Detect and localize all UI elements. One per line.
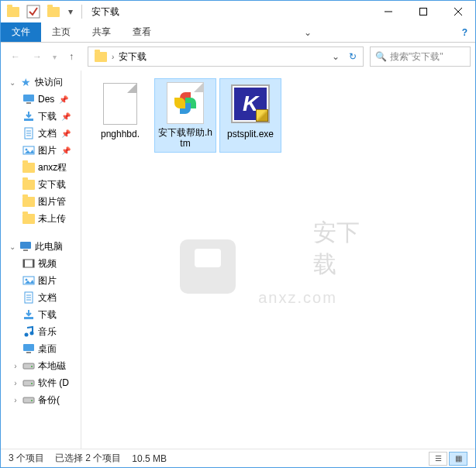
sidebar-item[interactable]: 视频 <box>1 255 81 272</box>
maximize-button[interactable] <box>405 1 440 22</box>
sidebar-item-label: Des <box>38 94 54 105</box>
history-dropdown-icon[interactable]: ▾ <box>49 46 60 67</box>
sidebar-item-label: 安下载 <box>38 178 66 191</box>
pic-icon <box>22 274 35 287</box>
svg-rect-18 <box>33 260 34 267</box>
sidebar-item[interactable]: 安下载 <box>1 176 81 193</box>
breadcrumb-item[interactable]: 安下载 <box>114 50 151 64</box>
sidebar-item[interactable]: 音乐 <box>1 323 81 340</box>
item-count: 3 个项目 <box>9 452 44 465</box>
quick-access-header[interactable]: ⌄ ★ 快访问 <box>1 74 81 91</box>
address-bar[interactable]: › 安下载 ⌄ ↻ <box>88 46 364 67</box>
tab-file[interactable]: 文件 <box>1 22 41 42</box>
svg-rect-6 <box>26 102 31 104</box>
desktop-icon <box>22 342 35 355</box>
sidebar-item[interactable]: 文档 <box>1 289 81 306</box>
sidebar-item-label: 视频 <box>38 257 57 270</box>
forward-button[interactable]: → <box>27 46 47 67</box>
ribbon-expand-icon[interactable]: ⌄ <box>296 22 319 42</box>
nav-buttons: ← → ▾ ↑ <box>5 46 81 67</box>
download-icon <box>22 110 35 122</box>
folder-context-icon[interactable] <box>46 4 61 19</box>
sidebar-item[interactable]: 桌面 <box>1 340 81 357</box>
file-list-area[interactable]: pnghhbd.安下载帮助.htmKpstsplit.exe 安下载 anxz.… <box>81 71 475 449</box>
download-icon <box>22 308 35 321</box>
svg-rect-15 <box>23 249 28 251</box>
search-input[interactable]: 🔍 搜索"安下载" <box>370 46 471 67</box>
minimize-button[interactable] <box>371 1 405 22</box>
svg-point-33 <box>31 383 33 384</box>
tab-view[interactable]: 查看 <box>122 22 162 42</box>
sidebar-item-label: 下载 <box>38 110 57 123</box>
sidebar-item[interactable]: ›本地磁 <box>1 357 81 374</box>
chevron-down-icon[interactable]: ⌄ <box>9 243 16 251</box>
sidebar-item[interactable]: 下载📌 <box>1 108 81 125</box>
chevron-down-icon[interactable]: ⌄ <box>9 78 16 87</box>
folder-icon <box>5 4 21 19</box>
sidebar-item-label: 软件 (D <box>38 377 69 390</box>
svg-rect-30 <box>23 363 34 369</box>
file-icon <box>103 83 137 125</box>
folder-icon <box>22 195 35 208</box>
svg-point-13 <box>26 149 28 151</box>
navigation-pane[interactable]: ⌄ ★ 快访问 Des📌下载📌文档📌图片📌anxz程安下载图片管未上传 ⌄ 此电… <box>1 71 81 449</box>
watermark-text: 安下载 <box>313 217 377 280</box>
window-controls <box>371 1 475 22</box>
file-item[interactable]: pnghhbd. <box>89 78 151 153</box>
sidebar-item[interactable]: Des📌 <box>1 91 81 108</box>
ribbon-tabs: 文件 主页 共享 查看 ⌄ ? <box>1 22 475 43</box>
sidebar-item-label: 图片管 <box>38 195 66 208</box>
properties-checkbox-icon[interactable] <box>26 4 41 19</box>
video-icon <box>22 257 35 270</box>
svg-point-26 <box>25 333 29 337</box>
close-button[interactable] <box>440 1 475 22</box>
back-button[interactable]: ← <box>5 46 26 67</box>
sidebar-item[interactable]: 图片管 <box>1 193 81 210</box>
sidebar-item[interactable]: ›软件 (D <box>1 374 81 391</box>
drive-icon <box>22 394 35 406</box>
sidebar-item-label: 桌面 <box>38 342 57 356</box>
up-button[interactable]: ↑ <box>61 46 81 67</box>
chevron-right-icon[interactable]: › <box>12 379 19 387</box>
qat-dropdown-icon[interactable]: ▾ <box>66 4 75 19</box>
sidebar-item[interactable]: 未上传 <box>1 210 81 227</box>
pin-icon: 📌 <box>59 95 68 104</box>
tab-share[interactable]: 共享 <box>81 22 122 42</box>
pin-icon: 📌 <box>61 129 71 138</box>
chevron-right-icon[interactable]: › <box>12 362 19 370</box>
svg-point-27 <box>30 332 34 336</box>
svg-rect-32 <box>23 380 34 386</box>
sidebar-item-label: anxz程 <box>38 161 67 174</box>
details-view-button[interactable]: ☰ <box>429 452 447 466</box>
sidebar-item[interactable]: 图片 <box>1 272 81 289</box>
doc-icon <box>22 291 35 304</box>
title-bar: ▾ 安下载 <box>1 1 475 22</box>
chevron-right-icon[interactable]: › <box>12 396 19 404</box>
sidebar-item-label: 未上传 <box>38 212 66 225</box>
svg-rect-2 <box>419 9 426 15</box>
refresh-icon[interactable]: ↻ <box>344 51 361 62</box>
svg-point-20 <box>26 279 28 281</box>
sidebar-item-label: 音乐 <box>38 325 57 339</box>
this-pc-header[interactable]: ⌄ 此电脑 <box>1 238 81 255</box>
help-icon[interactable]: ? <box>454 22 475 42</box>
sidebar-item-label: 文档 <box>38 291 57 305</box>
watermark: 安下载 anxz.com <box>180 239 377 307</box>
tab-home[interactable]: 主页 <box>41 22 81 42</box>
svg-rect-34 <box>23 397 34 403</box>
desktop-icon <box>22 93 35 105</box>
sidebar-item[interactable]: anxz程 <box>1 159 81 176</box>
icons-view-button[interactable]: ▦ <box>449 452 467 466</box>
this-pc-label: 此电脑 <box>35 240 63 253</box>
address-dropdown-icon[interactable]: ⌄ <box>327 51 344 62</box>
sidebar-item[interactable]: 下载 <box>1 306 81 323</box>
sidebar-item[interactable]: 文档📌 <box>1 125 81 142</box>
sidebar-item-label: 图片 <box>38 144 57 157</box>
file-item[interactable]: Kpstsplit.exe <box>219 78 281 153</box>
folder-icon <box>22 212 35 225</box>
sidebar-item[interactable]: ›备份( <box>1 391 81 408</box>
file-item[interactable]: 安下载帮助.htm <box>154 78 216 153</box>
watermark-url: anxz.com <box>258 289 337 307</box>
sidebar-item[interactable]: 图片📌 <box>1 142 81 159</box>
svg-rect-5 <box>23 95 34 102</box>
